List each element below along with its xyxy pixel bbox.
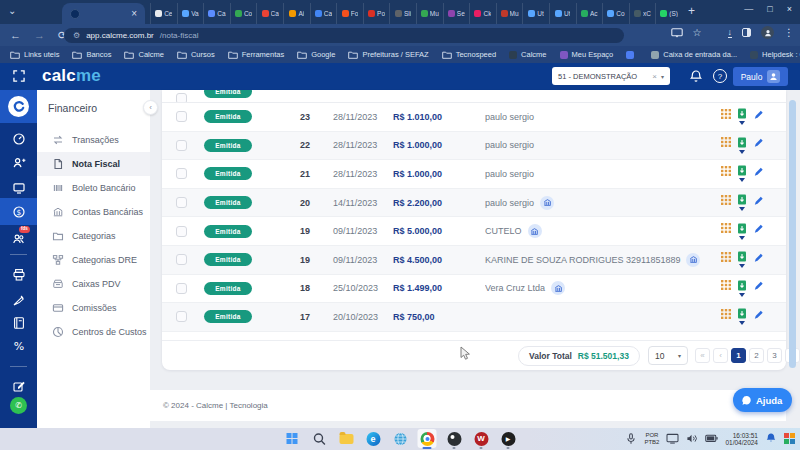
whatsapp-button[interactable]: ✆ <box>10 397 27 414</box>
browser-tab[interactable]: Fo <box>336 3 363 24</box>
edit-pencil-icon[interactable] <box>753 223 763 233</box>
edit-pencil-icon[interactable] <box>753 280 763 290</box>
taskbar-search-icon[interactable] <box>310 429 329 448</box>
row-checkbox[interactable] <box>176 168 187 179</box>
row-checkbox[interactable] <box>176 111 187 122</box>
bookmark-item[interactable]: Meu Espaço <box>560 50 614 59</box>
tab-close-icon[interactable]: × <box>131 9 137 19</box>
bookmark-item[interactable]: Caixa de entrada da... <box>651 50 737 59</box>
browser-tab[interactable]: Ac <box>576 3 603 24</box>
boleto-grid-icon[interactable] <box>721 252 731 262</box>
sidebar-item-transacoes[interactable]: Transações <box>37 128 150 152</box>
export-xml-icon[interactable] <box>737 223 747 234</box>
browser-tab[interactable]: Mu <box>416 3 443 24</box>
page-scrollbar[interactable] <box>789 100 796 368</box>
browser-tab[interactable]: Ck <box>469 3 496 24</box>
row-expand-caret[interactable] <box>739 207 745 211</box>
rail-clients-icon[interactable] <box>0 150 37 176</box>
rail-printer-icon[interactable] <box>0 262 37 288</box>
start-button[interactable] <box>283 429 302 448</box>
export-xml-icon[interactable] <box>737 137 747 148</box>
browser-tab[interactable]: Mu <box>496 3 523 24</box>
new-tab-button[interactable]: + <box>688 4 695 18</box>
browser-tab[interactable]: Ca <box>203 3 230 24</box>
row-expand-caret[interactable] <box>739 321 745 325</box>
row-expand-caret[interactable] <box>739 150 745 154</box>
row-expand-caret[interactable] <box>739 264 745 268</box>
boleto-grid-icon[interactable] <box>721 109 731 119</box>
boleto-grid-icon[interactable] <box>721 137 731 147</box>
export-xml-icon[interactable] <box>737 251 747 262</box>
sidebar-collapse-button[interactable]: ‹ <box>143 100 158 115</box>
rail-percent-icon[interactable]: % <box>0 333 37 359</box>
browser-tab[interactable]: Ce <box>150 3 177 24</box>
forward-button[interactable]: → <box>34 27 45 43</box>
export-xml-icon[interactable] <box>737 194 747 205</box>
fullscreen-icon[interactable] <box>13 70 25 82</box>
close-button[interactable]: × <box>787 4 792 14</box>
edit-pencil-icon[interactable] <box>753 166 763 176</box>
edit-pencil-icon[interactable] <box>753 109 763 119</box>
bookmark-item[interactable]: Calcme <box>509 50 546 59</box>
bookmark-item[interactable]: Google <box>297 50 335 59</box>
sidebar-item-comissoes[interactable]: Comissões <box>37 296 150 320</box>
boleto-grid-icon[interactable] <box>721 223 731 233</box>
sidebar-item-contas-bancarias[interactable]: Contas Bancárias <box>37 200 150 224</box>
obs-icon[interactable] <box>445 429 464 448</box>
tray-app-icon[interactable] <box>784 433 795 444</box>
browser-tab[interactable]: Co <box>230 3 257 24</box>
browser-tab[interactable]: Va <box>177 3 204 24</box>
sidebar-item-caixas-pdv[interactable]: Caixas PDV <box>37 272 150 296</box>
speaker-icon[interactable] <box>686 433 698 444</box>
browser-tab[interactable]: (S) <box>655 3 682 24</box>
edit-pencil-icon[interactable] <box>753 195 763 205</box>
export-xml-icon[interactable] <box>737 108 747 119</box>
row-checkbox[interactable] <box>176 197 187 208</box>
boleto-grid-icon[interactable] <box>721 280 731 290</box>
sidebar-item-nota-fiscal[interactable]: Nota Fiscal <box>37 152 150 176</box>
company-select[interactable]: 51 - DEMONSTRAÇÃO × ▾ <box>552 67 670 85</box>
downloads-icon[interactable]: ↓ <box>728 28 733 38</box>
row-expand-caret[interactable] <box>739 293 745 297</box>
boleto-grid-icon[interactable] <box>721 195 731 205</box>
back-button[interactable]: ← <box>10 27 21 43</box>
help-button[interactable]: Ajuda <box>733 388 792 412</box>
boleto-grid-icon[interactable] <box>721 166 731 176</box>
row-checkbox[interactable] <box>176 283 187 294</box>
maximize-button[interactable]: □ <box>767 4 772 14</box>
active-tab[interactable]: × <box>62 3 145 24</box>
row-expand-caret[interactable] <box>739 121 745 125</box>
browser-tab[interactable]: Se <box>443 3 470 24</box>
help-icon[interactable]: ? <box>713 69 727 83</box>
row-checkbox[interactable] <box>176 140 187 151</box>
media-player-icon[interactable]: ▶ <box>499 429 518 448</box>
row-checkbox[interactable] <box>176 311 187 322</box>
taskbar-bell-icon[interactable] <box>765 432 777 445</box>
browser-tab[interactable]: Ut <box>549 3 576 24</box>
page-button[interactable]: 1 <box>731 348 746 363</box>
browser-tab[interactable]: xC <box>629 3 656 24</box>
sidebar-item-categorias[interactable]: Categorias <box>37 224 150 248</box>
bookmark-item[interactable]: Calcme <box>124 50 163 59</box>
browser-tab[interactable]: Ai <box>283 3 310 24</box>
browser-tab[interactable]: Ca <box>256 3 283 24</box>
page-button[interactable]: 3 <box>767 348 782 363</box>
chevron-down-icon[interactable]: ▾ <box>661 73 664 80</box>
language-indicator[interactable]: PORPTB2 <box>644 432 659 445</box>
bookmark-item[interactable] <box>626 51 638 59</box>
chrome-icon[interactable] <box>418 429 437 448</box>
file-explorer-icon[interactable] <box>337 429 356 448</box>
rail-home-button[interactable] <box>0 90 37 123</box>
bookmark-item[interactable]: Ferramentas <box>228 50 285 59</box>
notifications-bell-icon[interactable] <box>689 69 703 84</box>
row-expand-caret[interactable] <box>739 236 745 240</box>
rail-financeiro-icon[interactable]: $ <box>0 198 37 225</box>
export-xml-icon[interactable] <box>737 308 747 319</box>
minimize-button[interactable]: — <box>744 4 753 14</box>
bookmark-star-icon[interactable]: ☆ <box>693 27 702 38</box>
address-bar[interactable]: ⚙ app.calcme.com.br/nota-fiscal <box>64 28 624 43</box>
user-menu[interactable]: Paulo <box>733 67 788 86</box>
row-checkbox[interactable] <box>176 254 187 265</box>
tab-search-icon[interactable]: ⌄ <box>8 4 16 18</box>
bookmark-item[interactable]: Tecnospeed <box>442 50 496 59</box>
